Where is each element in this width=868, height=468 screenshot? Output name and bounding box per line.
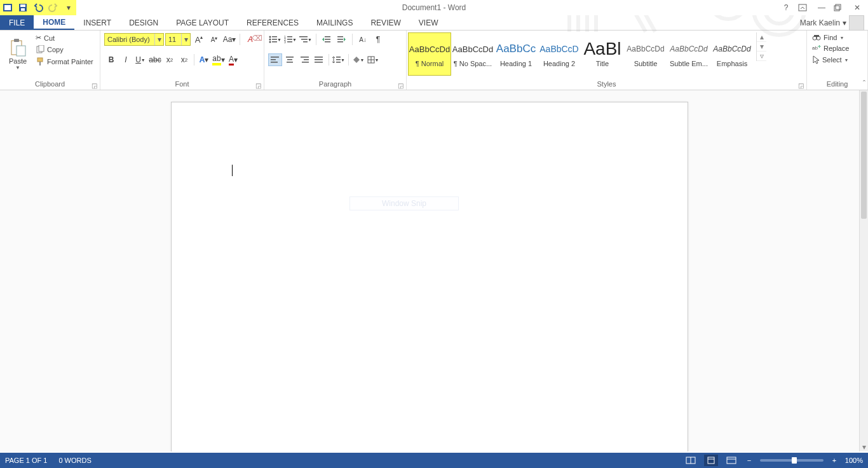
gallery-up-icon[interactable]: ▴ [757, 32, 766, 42]
increase-indent-button[interactable] [335, 33, 349, 46]
paste-button[interactable]: Paste ▼ [4, 33, 32, 75]
line-spacing-button[interactable]: ▼ [332, 53, 346, 66]
scissors-icon: ✂ [36, 34, 41, 42]
document-area[interactable]: Window Snip [0, 90, 859, 451]
highlight-button[interactable]: ab▾ [212, 53, 226, 66]
web-layout-icon[interactable] [724, 455, 738, 466]
justify-button[interactable] [312, 53, 326, 66]
gallery-down-icon[interactable]: ▾ [757, 42, 766, 52]
copy-button[interactable]: Copy [34, 45, 95, 55]
style-item-2[interactable]: AaBbCcHeading 1 [494, 32, 538, 76]
multilevel-list-button[interactable]: ▼ [299, 33, 313, 46]
bullets-button[interactable]: ▼ [268, 33, 282, 46]
restore-icon[interactable] [834, 4, 845, 11]
svg-rect-34 [287, 39, 292, 40]
replace-button[interactable]: abReplace [811, 44, 859, 53]
shading-button[interactable]: ▼ [351, 53, 365, 66]
svg-point-29 [269, 41, 271, 43]
tab-references[interactable]: REFERENCES [238, 15, 308, 30]
svg-rect-24 [39, 62, 41, 65]
zoom-out-icon[interactable]: − [745, 457, 754, 464]
cut-button[interactable]: ✂Cut [34, 33, 95, 43]
style-item-5[interactable]: AaBbCcDdSubtitle [624, 32, 667, 76]
borders-button[interactable]: ▼ [366, 53, 380, 66]
clipboard-launcher-icon[interactable]: ◲ [92, 82, 97, 89]
change-case-button[interactable]: Aa▾ [222, 33, 236, 46]
styles-launcher-icon[interactable]: ◲ [798, 82, 804, 89]
font-color-button[interactable]: A▾ [226, 53, 240, 66]
paste-icon [8, 38, 27, 57]
text-effects-button[interactable]: A▾ [197, 53, 211, 66]
style-item-3[interactable]: AaBbCcDHeading 2 [538, 32, 581, 76]
chevron-down-icon[interactable]: ▾ [181, 34, 190, 45]
style-item-1[interactable]: AaBbCcDd¶ No Spac... [451, 32, 494, 76]
minimize-icon[interactable]: — [816, 3, 827, 12]
font-launcher-icon[interactable]: ◲ [255, 82, 261, 89]
underline-button[interactable]: U ▼ [133, 53, 147, 66]
tab-view[interactable]: VIEW [410, 15, 447, 30]
align-right-button[interactable] [297, 53, 311, 66]
redo-icon[interactable] [48, 3, 58, 13]
tab-mailings[interactable]: MAILINGS [308, 15, 362, 30]
shrink-font-button[interactable]: A▾ [207, 33, 221, 46]
status-words[interactable]: 0 WORDS [58, 457, 91, 464]
cut-label: Cut [44, 34, 55, 42]
zoom-in-icon[interactable]: + [830, 457, 839, 464]
chevron-down-icon[interactable]: ▾ [154, 34, 163, 45]
tab-page-layout[interactable]: PAGE LAYOUT [167, 15, 238, 30]
scroll-down-icon[interactable]: ▾ [860, 443, 868, 451]
font-name-combo[interactable]: Calibri (Body) ▾ [104, 33, 164, 46]
style-item-4[interactable]: AaBlTitle [581, 32, 624, 76]
collapse-ribbon-icon[interactable]: ˆ [863, 79, 865, 88]
status-page[interactable]: PAGE 1 OF 1 [5, 457, 47, 464]
zoom-value[interactable]: 100% [845, 457, 863, 464]
italic-button[interactable]: I [119, 53, 133, 66]
font-size-combo[interactable]: 11 ▾ [165, 33, 191, 46]
numbering-button[interactable]: 123▼ [283, 33, 297, 46]
superscript-button[interactable]: x2 [177, 53, 191, 66]
align-left-button[interactable] [268, 53, 282, 66]
vertical-scrollbar[interactable]: ▴ ▾ [859, 90, 868, 451]
style-item-7[interactable]: AaBbCcDdEmphasis [710, 32, 754, 76]
align-center-button[interactable] [283, 53, 297, 66]
tab-design[interactable]: DESIGN [120, 15, 167, 30]
grow-font-button[interactable]: A▴ [192, 33, 206, 46]
help-icon[interactable]: ? [780, 3, 792, 12]
account-menu[interactable]: Mark Kaelin ▾ [796, 15, 868, 30]
format-painter-button[interactable]: Format Painter [34, 57, 95, 67]
show-marks-button[interactable]: ¶ [371, 33, 385, 46]
read-mode-icon[interactable] [684, 455, 698, 466]
scroll-thumb[interactable] [861, 92, 867, 219]
clear-formatting-button[interactable]: A⌫ [243, 33, 257, 46]
style-item-0[interactable]: AaBbCcDd¶ Normal [408, 32, 451, 76]
strikethrough-button[interactable]: abc [148, 53, 162, 66]
close-icon[interactable]: ✕ [851, 3, 863, 12]
zoom-slider[interactable] [760, 459, 824, 462]
sort-button[interactable]: A↓ [356, 33, 370, 46]
bold-button[interactable]: B [104, 53, 118, 66]
subscript-button[interactable]: x2 [163, 53, 177, 66]
page[interactable]: Window Snip [171, 102, 688, 451]
qat-customize-icon[interactable]: ▾ [64, 3, 74, 13]
tab-home[interactable]: HOME [34, 15, 74, 30]
style-item-6[interactable]: AaBbCcDdSubtle Em... [667, 32, 710, 76]
find-button[interactable]: Find ▼ [811, 33, 859, 42]
window-snip-overlay: Window Snip [349, 196, 459, 210]
tab-review[interactable]: REVIEW [362, 15, 409, 30]
replace-icon: ab [812, 45, 821, 52]
paragraph-launcher-icon[interactable]: ◲ [398, 82, 403, 89]
ribbon-display-icon[interactable] [798, 4, 810, 11]
select-button[interactable]: Select ▼ [811, 55, 859, 65]
title-bar: ▾ Document1 - Word ? — ✕ [0, 0, 868, 15]
print-layout-icon[interactable] [704, 455, 718, 466]
binoculars-icon [812, 34, 821, 41]
svg-rect-41 [325, 39, 330, 40]
gallery-more-icon[interactable]: ▿ [757, 52, 766, 61]
zoom-knob[interactable] [792, 457, 797, 464]
undo-icon[interactable] [33, 3, 43, 13]
decrease-indent-button[interactable] [320, 33, 334, 46]
tab-insert[interactable]: INSERT [74, 15, 120, 30]
save-icon[interactable] [18, 3, 28, 13]
group-label-clipboard: Clipboard [35, 80, 65, 88]
tab-file[interactable]: FILE [0, 15, 34, 30]
